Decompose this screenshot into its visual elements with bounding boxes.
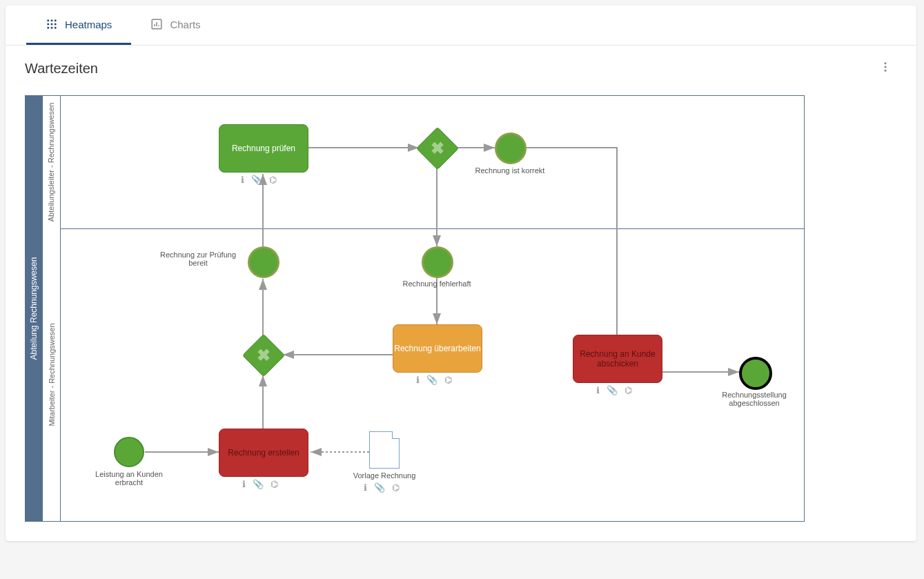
svg-point-3 xyxy=(48,23,49,25)
event-pruefung-bereit[interactable] xyxy=(248,246,279,278)
data-object-vorlage[interactable] xyxy=(369,431,400,469)
svg-point-8 xyxy=(55,28,57,29)
tab-label: Heatmaps xyxy=(65,19,112,30)
svg-point-10 xyxy=(885,62,887,64)
event-fehlerhaft[interactable] xyxy=(422,246,453,278)
svg-point-12 xyxy=(885,70,887,72)
gateway-merge[interactable]: ✖ xyxy=(248,340,279,371)
task-icons: ℹ📎⌬ xyxy=(596,385,632,395)
svg-point-5 xyxy=(55,23,57,25)
org-icon[interactable]: ⌬ xyxy=(271,479,278,489)
task-rechnung-pruefen[interactable]: Rechnung prüfen xyxy=(219,124,308,173)
diagram-container: Abteilung Rechnungswesen Abteilungsleite… xyxy=(6,87,916,541)
task-icons: ℹ📎⌬ xyxy=(241,175,277,185)
lane-label: Abteilungsleiter - Rechnungswesen xyxy=(43,96,61,228)
attachment-icon[interactable]: 📎 xyxy=(253,479,264,489)
org-icon[interactable]: ⌬ xyxy=(444,375,452,385)
event-label: Rechnung fehlerhaft xyxy=(389,279,485,288)
task-icons: ℹ📎⌬ xyxy=(242,479,278,489)
org-icon[interactable]: ⌬ xyxy=(269,175,277,185)
svg-point-7 xyxy=(51,28,52,29)
event-label: Rechnungsstellung abgeschlossen xyxy=(706,391,803,407)
dots-vertical-icon xyxy=(879,61,892,73)
org-icon[interactable]: ⌬ xyxy=(625,385,632,395)
task-label: Rechnung erstellen xyxy=(228,448,299,458)
svg-point-1 xyxy=(51,20,52,21)
lane-label: Mitarbeiter - Rechnungswesen xyxy=(43,228,61,521)
tab-charts[interactable]: Charts xyxy=(131,6,219,45)
task-icons: ℹ📎⌬ xyxy=(416,375,452,385)
bpmn-diagram: Abteilung Rechnungswesen Abteilungsleite… xyxy=(25,95,805,522)
page-title: Wartezeiten xyxy=(25,61,98,77)
gateway-decision[interactable]: ✖ xyxy=(422,133,453,164)
attachment-icon[interactable]: 📎 xyxy=(426,375,438,385)
dashboard-card: Heatmaps Charts Wartezeiten Abteilung Re… xyxy=(6,6,916,541)
svg-point-0 xyxy=(48,20,49,21)
org-icon[interactable]: ⌬ xyxy=(392,482,400,493)
heatmap-icon xyxy=(46,18,58,30)
info-icon[interactable]: ℹ xyxy=(364,482,367,493)
task-rechnung-ueberarbeiten[interactable]: Rechnung überarbeiten xyxy=(393,324,482,373)
tabs-bar: Heatmaps Charts xyxy=(6,6,916,46)
info-icon[interactable]: ℹ xyxy=(242,479,246,489)
task-label: Rechnung an Kunde abschicken xyxy=(573,349,662,369)
event-korrekt[interactable] xyxy=(495,133,527,164)
svg-point-4 xyxy=(51,23,52,25)
svg-point-2 xyxy=(55,20,57,21)
event-label: Leistung an Kunden erbracht xyxy=(81,470,177,487)
event-end[interactable] xyxy=(739,357,772,390)
section-header: Wartezeiten xyxy=(6,46,916,87)
more-button[interactable] xyxy=(874,55,897,81)
event-label: Rechnung ist korrekt xyxy=(462,166,558,175)
pool-label: Abteilung Rechnungswesen xyxy=(26,96,43,521)
event-start[interactable] xyxy=(114,437,144,467)
tab-label: Charts xyxy=(170,19,200,30)
attachment-icon[interactable]: 📎 xyxy=(251,175,262,185)
task-label: Rechnung überarbeiten xyxy=(394,344,480,353)
x-icon: ✖ xyxy=(431,139,444,158)
info-icon[interactable]: ℹ xyxy=(416,375,420,385)
event-label: Rechnung zur Prüfung bereit xyxy=(157,251,239,267)
svg-point-6 xyxy=(48,28,49,29)
attachment-icon[interactable]: 📎 xyxy=(374,482,385,493)
chart-icon xyxy=(150,18,163,30)
task-rechnung-senden[interactable]: Rechnung an Kunde abschicken xyxy=(573,335,662,383)
doc-icons: ℹ📎⌬ xyxy=(364,482,400,493)
svg-point-11 xyxy=(885,66,887,68)
tab-heatmaps[interactable]: Heatmaps xyxy=(26,6,131,45)
x-icon: ✖ xyxy=(257,346,271,365)
attachment-icon[interactable]: 📎 xyxy=(607,385,618,395)
task-label: Rechnung prüfen xyxy=(232,144,295,153)
task-rechnung-erstellen[interactable]: Rechnung erstellen xyxy=(219,429,308,477)
info-icon[interactable]: ℹ xyxy=(596,385,600,395)
info-icon[interactable]: ℹ xyxy=(241,175,244,185)
doc-label: Vorlage Rechnung xyxy=(336,471,433,480)
